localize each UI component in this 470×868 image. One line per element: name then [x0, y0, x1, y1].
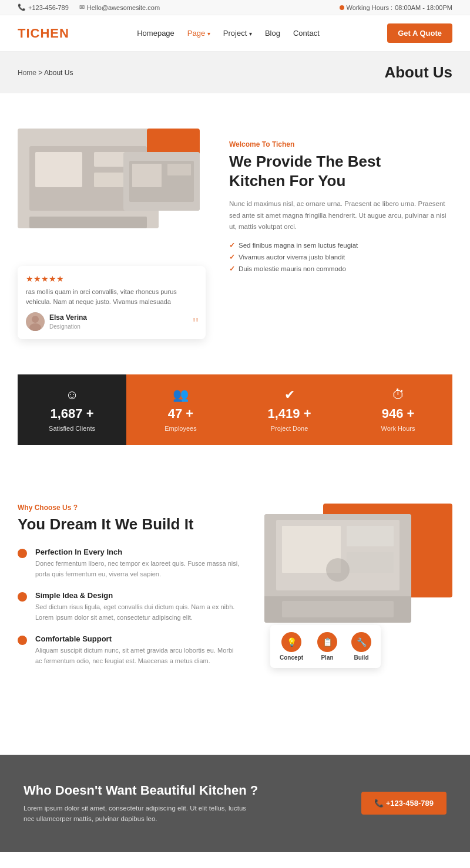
svg-rect-9 [167, 164, 191, 175]
hours-icon: ⏱ [392, 387, 405, 403]
stat-label: Satisfied Clients [49, 425, 95, 432]
reviewer-info: Elsa Verina Designation [49, 313, 87, 330]
why-item-design: Simple Idea & Design Sed dictum risus li… [18, 591, 241, 623]
cta-text: Lorem ipsum dolor sit amet, consectetur … [24, 803, 247, 825]
why-kitchen-image [264, 514, 411, 623]
breadcrumb-separator: > [38, 69, 44, 77]
page-header: Home > About Us About Us [0, 52, 470, 93]
stat-hours: ⏱ 946 + Work Hours [344, 374, 452, 445]
about-section: ★★★★★ ras mollis quam in orci convallis,… [0, 93, 470, 374]
phone-info: 📞 +123-456-789 [18, 4, 69, 11]
svg-rect-17 [347, 526, 394, 546]
why-label: Why Choose Us ? [18, 504, 241, 512]
nav-homepage[interactable]: Homepage [137, 29, 174, 38]
build-icon: 🔧 [351, 632, 371, 652]
nav-page[interactable]: Page ▾ [187, 29, 210, 38]
get-quote-button[interactable]: Get A Quote [387, 23, 452, 43]
svg-rect-20 [282, 601, 394, 617]
email-info: ✉ Hello@awesomesite.com [79, 4, 160, 11]
plan-icon: 📋 [317, 632, 337, 652]
topbar-right: Working Hours : 08:00AM - 18:00PM [340, 4, 453, 11]
why-item-title: Perfection In Every Inch [35, 548, 241, 556]
stat-satisfied-clients: ☺ 1,687 + Satisfied Clients [18, 374, 126, 445]
build-label: Build [354, 654, 369, 661]
header: TICHEN Homepage Page ▾ Project ▾ Blog Co… [0, 15, 470, 52]
concept-label: Concept [280, 654, 303, 661]
why-content: Why Choose Us ? You Dream It We Build It… [18, 504, 241, 678]
about-list: Sed finibus magna in sem luctus feugiat … [229, 241, 452, 273]
why-icons-row: 💡 Concept 📋 Plan 🔧 Build [270, 625, 381, 668]
welcome-label: Welcome To Tichen [229, 140, 452, 148]
nav-blog[interactable]: Blog [265, 29, 280, 38]
build-icon-item: 🔧 Build [351, 632, 371, 661]
employees-icon: 👥 [173, 387, 189, 403]
why-item-title: Comfortable Support [35, 634, 241, 643]
svg-point-21 [326, 558, 350, 582]
why-item-support: Comfortable Support Aliquam suscipit dic… [18, 634, 241, 666]
about-images: ★★★★★ ras mollis quam in orci convallis,… [18, 129, 206, 339]
team-section: Our Head Project Meet Our Professional L… [0, 852, 470, 868]
review-stars: ★★★★★ [26, 274, 197, 283]
why-item-content: Simple Idea & Design Sed dictum risus li… [35, 591, 241, 623]
breadcrumb: Home > About Us [18, 69, 73, 77]
about-description: Nunc id maximus nisl, ac ornare urna. Pr… [229, 198, 452, 233]
why-item-content: Perfection In Every Inch Donec fermentum… [35, 548, 241, 579]
cta-section: Who Doesn't Want Beautiful Kitchen ? Lor… [0, 755, 470, 853]
why-item-text: Aliquam suscipit dictum nunc, sit amet g… [35, 646, 241, 666]
projects-icon: ✔ [284, 387, 295, 403]
stats-section: ☺ 1,687 + Satisfied Clients 👥 47 + Emplo… [18, 374, 452, 445]
bullet-icon [18, 549, 27, 558]
why-heading: You Dream It We Build It [18, 515, 241, 533]
quote-icon: " [193, 315, 199, 333]
list-item: Duis molestie mauris non commodo [229, 265, 452, 273]
reviewer-avatar [26, 312, 45, 331]
breadcrumb-home[interactable]: Home [18, 69, 36, 77]
dot-icon [340, 5, 344, 10]
topbar-left: 📞 +123-456-789 ✉ Hello@awesomesite.com [18, 4, 160, 11]
chevron-down-icon: ▾ [249, 31, 252, 37]
concept-icon: 💡 [281, 632, 301, 652]
clients-icon: ☺ [65, 387, 78, 403]
cta-content: Who Doesn't Want Beautiful Kitchen ? Lor… [24, 783, 258, 825]
why-item-content: Comfortable Support Aliquam suscipit dic… [35, 634, 241, 666]
about-content: Welcome To Tichen We Provide The Best Ki… [229, 129, 452, 276]
svg-rect-8 [132, 164, 162, 187]
svg-rect-2 [35, 152, 82, 187]
nav-project[interactable]: Project ▾ [223, 29, 252, 38]
stat-number: 47 + [168, 406, 193, 421]
cta-phone-button[interactable]: 📞 +123-458-789 [361, 792, 446, 815]
logo: TICHEN [18, 26, 69, 41]
svg-rect-5 [29, 217, 147, 228]
why-section: Why Choose Us ? You Dream It We Build It… [0, 474, 470, 708]
list-item: Sed finibus magna in sem luctus feugiat [229, 241, 452, 249]
why-item-title: Simple Idea & Design [35, 591, 241, 600]
plan-label: Plan [321, 654, 333, 661]
main-nav: Homepage Page ▾ Project ▾ Blog Contact [137, 29, 320, 38]
reviewer: Elsa Verina Designation [26, 312, 197, 331]
email-icon: ✉ [79, 4, 85, 11]
stat-number: 946 + [382, 406, 415, 421]
concept-icon-item: 💡 Concept [280, 632, 303, 661]
why-image-wrapper: 💡 Concept 📋 Plan 🔧 Build [264, 504, 452, 668]
why-item-text: Donec fermentum libero, nec tempor ex la… [35, 559, 241, 579]
hours-info: Working Hours : 08:00AM - 18:00PM [340, 4, 453, 11]
why-item-text: Sed dictum risus ligula, eget convallis … [35, 602, 241, 623]
stat-employees: 👥 47 + Employees [126, 374, 235, 445]
phone-icon: 📞 [18, 4, 26, 11]
review-card: ★★★★★ ras mollis quam in orci convallis,… [18, 266, 206, 339]
nav-contact[interactable]: Contact [293, 29, 320, 38]
review-text: ras mollis quam in orci convallis, vitae… [26, 287, 197, 306]
list-item: Vivamus auctor viverra justo blandit [229, 253, 452, 261]
kitchen-image-secondary [123, 152, 200, 211]
stat-projects: ✔ 1,419 + Project Done [235, 374, 344, 445]
topbar: 📞 +123-456-789 ✉ Hello@awesomesite.com W… [0, 0, 470, 15]
svg-point-11 [32, 316, 39, 323]
svg-rect-18 [347, 552, 394, 573]
why-item-perfection: Perfection In Every Inch Donec fermentum… [18, 548, 241, 579]
stat-label: Work Hours [381, 425, 415, 432]
chevron-down-icon: ▾ [207, 31, 210, 37]
stat-label: Project Done [271, 425, 308, 432]
about-heading: We Provide The Best Kitchen For You [229, 152, 452, 190]
cta-heading: Who Doesn't Want Beautiful Kitchen ? [24, 783, 258, 798]
stat-label: Employees [164, 425, 196, 432]
